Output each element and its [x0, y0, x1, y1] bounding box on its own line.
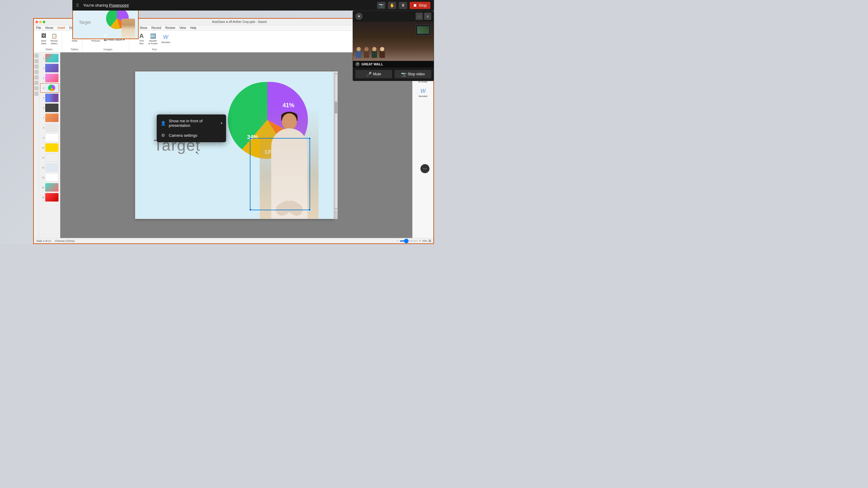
slide-preview-13	[45, 173, 59, 182]
slide-num-1: 1	[41, 57, 44, 59]
hand-raise-button[interactable]: ✋	[388, 2, 396, 9]
slide-num-12: 12	[41, 167, 44, 169]
images-group-label: Images	[104, 47, 113, 51]
slide-info: Slide 4 of 21	[36, 239, 51, 242]
left-tool-1[interactable]	[34, 54, 38, 58]
tables-group-label: Tables	[70, 47, 79, 51]
slide-preview-5	[45, 94, 59, 102]
slide-num-4: 4	[41, 87, 44, 89]
wordart-icon: W	[162, 34, 169, 41]
menu-help[interactable]: Help	[190, 26, 196, 30]
scroll-down-arrow[interactable]: ▼	[334, 207, 338, 210]
slide-preview-12	[45, 163, 59, 172]
wordart-panel-btn[interactable]: W WordArt	[414, 87, 432, 99]
left-tool-5[interactable]	[34, 75, 38, 79]
slide-thumb-10[interactable]: 10	[40, 143, 59, 152]
handle-tr[interactable]	[308, 137, 311, 140]
stop-video-button[interactable]: 📷 Stop video	[395, 70, 431, 78]
camera-settings-label: Camera settings	[169, 133, 222, 138]
slide-num-8: 8	[41, 127, 44, 129]
scroll-ctrl-1[interactable]	[335, 211, 338, 213]
pause-share-button[interactable]: ⏸	[399, 2, 407, 9]
slide-num-10: 10	[41, 147, 44, 149]
slide-thumb-6[interactable]: 6	[40, 103, 59, 112]
scroll-thumb-v[interactable]	[335, 101, 337, 113]
teams-layout-grid[interactable]: ⊞	[424, 13, 431, 20]
reuse-slides-button[interactable]: 📋 ReuseSlides	[50, 32, 59, 45]
left-tool-3[interactable]	[34, 64, 38, 69]
scroll-track-v[interactable]	[334, 75, 338, 207]
scroll-extra-controls	[334, 210, 338, 219]
window-controls	[36, 21, 45, 23]
zoom-slider[interactable]	[400, 240, 418, 241]
selection-box[interactable]	[250, 138, 310, 210]
zoom-in-button[interactable]: +	[419, 239, 421, 242]
slide-thumb-7[interactable]: 7	[40, 113, 59, 122]
slide-thumb-11[interactable]: 11	[40, 153, 59, 162]
slide-down-arrow[interactable]: ▼	[101, 33, 110, 38]
slide-thumb-2[interactable]: 2	[40, 64, 59, 73]
zoom-out-button[interactable]: −	[397, 239, 398, 242]
fit-slide-button[interactable]: ⊡	[429, 239, 431, 242]
menu-insert[interactable]: Insert	[58, 26, 65, 30]
scroll-ctrl-3[interactable]	[335, 216, 338, 219]
stop-share-button[interactable]: ⏹ Stop	[410, 2, 430, 9]
handle-br[interactable]	[308, 208, 311, 211]
vertical-scrollbar[interactable]: ▲ ▼	[334, 71, 338, 219]
slide-panel[interactable]: 1 2 3 4	[39, 53, 60, 238]
slide-preview-14	[45, 183, 59, 192]
slide-thumb-1[interactable]: 1	[40, 54, 59, 63]
new-slide-button[interactable]: 🖼 NewSlide	[39, 32, 48, 45]
maximize-dot[interactable]	[43, 21, 45, 23]
minimize-dot[interactable]	[39, 21, 41, 23]
teams-chevron-button[interactable]: ▾	[355, 13, 363, 20]
menu-record[interactable]: Record	[151, 26, 161, 30]
menu-file[interactable]: File	[36, 26, 41, 30]
slide-thumb-15[interactable]: 15	[40, 193, 59, 202]
handle-tl[interactable]	[249, 137, 252, 140]
slide-thumb-9[interactable]: 9	[40, 133, 59, 142]
close-dot[interactable]	[36, 21, 38, 23]
slide-preview-7	[45, 113, 59, 122]
menu-view[interactable]: View	[179, 26, 186, 30]
sharing-controls: 📷 ✋ ⏸ ⏹ Stop	[377, 2, 430, 9]
left-tool-7[interactable]	[34, 86, 38, 90]
slide-preview-1	[45, 54, 59, 62]
left-tool-2[interactable]	[34, 59, 38, 63]
mute-button[interactable]: 🎤 Mute	[355, 70, 392, 78]
show-me-front-menu-item[interactable]: 👤 Show me in front of presentation ▾	[157, 116, 226, 130]
slide-thumb-5[interactable]: 5	[40, 93, 59, 102]
camera-settings-menu-item[interactable]: ⚙ Camera settings	[157, 130, 226, 140]
scroll-up-arrow[interactable]: ▲	[334, 71, 338, 75]
sharing-app-link[interactable]: Powerpoint	[109, 3, 129, 7]
camera-toggle-button[interactable]: 📷	[377, 2, 385, 9]
header-footer-button[interactable]: 🔤 Header& Footer	[147, 32, 159, 45]
slide-thumb-3[interactable]: 3	[40, 73, 59, 83]
teams-mic-icon: 🎤	[355, 62, 360, 66]
wordart-button[interactable]: W WordArt	[160, 33, 171, 44]
teams-layout-single[interactable]: □	[415, 13, 423, 20]
menu-review[interactable]: Review	[165, 26, 176, 30]
scroll-ctrl-2[interactable]	[335, 214, 338, 216]
ppt-statusbar: Slide 4 of 21 Chinese (China) − + 70% ⊡	[34, 238, 433, 243]
sharing-text: You're sharing Powerpoint	[83, 3, 129, 7]
mute-icon: 🎤	[367, 72, 372, 76]
left-tool-8[interactable]	[34, 92, 38, 96]
header-footer-label: Header& Footer	[149, 39, 158, 45]
main-slide[interactable]: Target 41%	[135, 71, 334, 219]
slide-thumb-13[interactable]: 13	[40, 173, 59, 182]
more-options-button[interactable]: ···	[421, 164, 430, 173]
left-tool-4[interactable]	[34, 70, 38, 74]
teams-layout-buttons: □ ⊞	[415, 13, 431, 20]
slide-thumb-14[interactable]: 14	[40, 183, 59, 192]
reuse-slides-label: ReuseSlides	[51, 39, 58, 45]
slide-canvas-wrapper: Target 41%	[135, 71, 338, 219]
left-tool-6[interactable]	[34, 81, 38, 85]
slide-thumb-8[interactable]: 8	[40, 123, 59, 132]
handle-bl[interactable]	[249, 208, 252, 211]
slide-thumb-12[interactable]: 12	[40, 163, 59, 172]
new-slide-icon: 🖼	[40, 33, 47, 39]
menu-home[interactable]: Home	[45, 26, 53, 30]
slide-thumb-4[interactable]: 4	[40, 84, 59, 93]
context-menu: 👤 Show me in front of presentation ▾ ⚙ C…	[157, 115, 226, 142]
